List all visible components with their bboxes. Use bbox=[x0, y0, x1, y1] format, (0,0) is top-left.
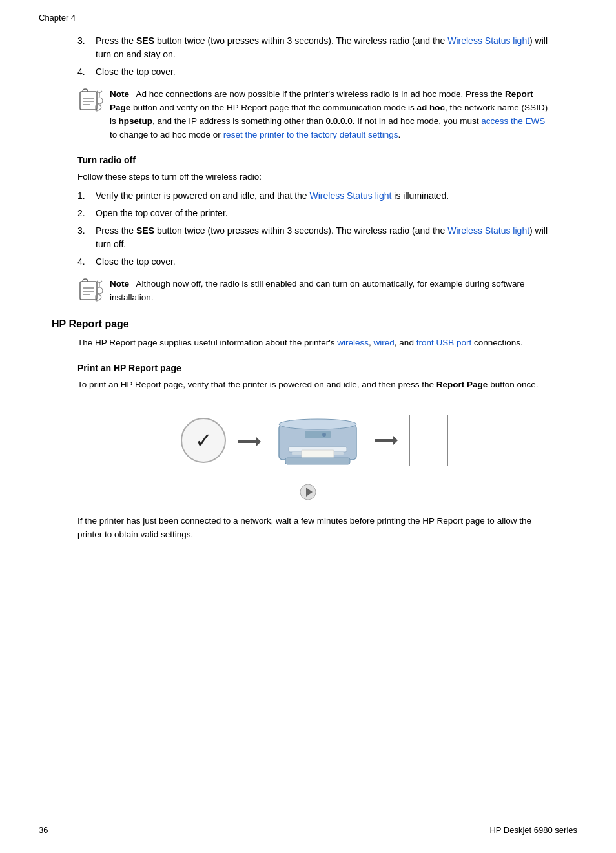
hp-report-intro: The HP Report page supplies useful infor… bbox=[77, 336, 551, 350]
wired-link[interactable]: wired bbox=[374, 338, 395, 347]
bold-ses-2: SES bbox=[136, 225, 154, 236]
step-content: Verify the printer is powered on and idl… bbox=[96, 189, 551, 203]
content-area: 3. Press the SES button twice (two press… bbox=[77, 34, 551, 542]
hp-report-followup: If the printer has just been connected t… bbox=[77, 515, 551, 542]
right-arrow-icon bbox=[238, 434, 261, 449]
diagram-check-circle: ✓ bbox=[181, 418, 226, 463]
step-content: Close the top cover. bbox=[96, 255, 551, 269]
printer-diagram: ✓ bbox=[179, 411, 450, 469]
note-label-2: Note bbox=[110, 279, 129, 289]
note-box-1: Note Ad hoc connections are now possible… bbox=[77, 88, 551, 142]
list-item: 2. Open the top cover of the printer. bbox=[77, 207, 551, 220]
hp-report-section: HP Report page bbox=[65, 318, 551, 330]
step-number: 3. bbox=[77, 224, 96, 251]
diagram-arrow-area bbox=[238, 431, 261, 449]
bold-hpsetup: hpsetup bbox=[119, 116, 153, 126]
wireless-status-light-link-1[interactable]: Wireless Status light bbox=[447, 36, 529, 46]
chapter-label: Chapter 4 bbox=[39, 13, 76, 23]
note-icon-1 bbox=[77, 88, 103, 114]
printer-image bbox=[272, 411, 363, 469]
step-content: Close the top cover. bbox=[96, 65, 551, 79]
svg-rect-0 bbox=[80, 92, 97, 110]
bold-ses: SES bbox=[136, 36, 154, 46]
button-arrow-svg bbox=[298, 482, 331, 502]
step-number: 1. bbox=[77, 189, 96, 203]
note-text-2: Note Although now off, the radio is stil… bbox=[110, 278, 551, 305]
note-box-2: Note Although now off, the radio is stil… bbox=[77, 278, 551, 305]
product-name: HP Deskjet 6980 series bbox=[489, 825, 577, 835]
diagram-document bbox=[409, 415, 448, 466]
list-item: 4. Close the top cover. bbox=[77, 65, 551, 79]
checkmark-icon: ✓ bbox=[195, 428, 212, 453]
list-item: 1. Verify the printer is powered on and … bbox=[77, 189, 551, 203]
step-number: 3. bbox=[77, 34, 96, 61]
access-ews-link[interactable]: access the EWS bbox=[481, 116, 545, 126]
step-content: Press the SES button twice (two presses … bbox=[96, 224, 551, 251]
wireless-status-light-link-3[interactable]: Wireless Status light bbox=[447, 225, 529, 236]
button-indicator bbox=[77, 482, 551, 502]
note-symbol-svg bbox=[77, 88, 103, 114]
svg-line-6 bbox=[99, 91, 102, 93]
footer: 36 HP Deskjet 6980 series bbox=[39, 825, 577, 835]
svg-point-17 bbox=[279, 419, 356, 429]
bold-report-page: Report Page bbox=[110, 89, 533, 112]
wireless-status-light-link-2[interactable]: Wireless Status light bbox=[310, 190, 392, 201]
list-item: 3. Press the SES button twice (two press… bbox=[77, 224, 551, 251]
step-number: 4. bbox=[77, 255, 96, 269]
list-item: 3. Press the SES button twice (two press… bbox=[77, 34, 551, 61]
svg-rect-8 bbox=[80, 282, 97, 300]
print-hp-report-text: To print an HP Report page, verify that … bbox=[77, 378, 551, 392]
list-item: 4. Close the top cover. bbox=[77, 255, 551, 269]
bold-ip: 0.0.0.0 bbox=[325, 116, 352, 126]
step-content: Open the top cover of the printer. bbox=[96, 207, 551, 220]
page-number: 36 bbox=[39, 825, 48, 835]
svg-point-20 bbox=[322, 433, 326, 437]
printer-svg bbox=[272, 411, 363, 469]
note-label-1: Note bbox=[110, 89, 129, 99]
turn-radio-off-heading: Turn radio off bbox=[77, 155, 551, 165]
turn-radio-off-intro: Follow these steps to turn off the wirel… bbox=[77, 170, 551, 184]
bold-ad-hoc: ad hoc bbox=[417, 103, 446, 112]
bold-report-page-2: Report Page bbox=[436, 380, 488, 389]
chapter-header: Chapter 4 bbox=[39, 13, 577, 23]
reset-printer-link[interactable]: reset the printer to the factory default… bbox=[223, 130, 398, 139]
wireless-link[interactable]: wireless bbox=[337, 338, 369, 347]
steps-top: 3. Press the SES button twice (two press… bbox=[77, 34, 551, 79]
note-text-1: Note Ad hoc connections are now possible… bbox=[110, 88, 551, 142]
note-symbol-svg-2 bbox=[77, 278, 103, 303]
hp-report-heading: HP Report page bbox=[52, 318, 551, 330]
print-hp-report-heading: Print an HP Report page bbox=[77, 363, 551, 373]
note-icon-2 bbox=[77, 278, 103, 303]
svg-rect-23 bbox=[285, 458, 350, 464]
step-number: 2. bbox=[77, 207, 96, 220]
step-number: 4. bbox=[77, 65, 96, 79]
svg-rect-19 bbox=[305, 431, 331, 438]
svg-line-14 bbox=[99, 281, 102, 283]
front-usb-link[interactable]: front USB port bbox=[416, 338, 472, 347]
step-content: Press the SES button twice (two presses … bbox=[96, 34, 551, 61]
turn-radio-off-steps: 1. Verify the printer is powered on and … bbox=[77, 189, 551, 269]
page: Chapter 4 3. Press the SES button twice … bbox=[0, 0, 616, 853]
right-arrow-icon-2 bbox=[375, 433, 398, 448]
